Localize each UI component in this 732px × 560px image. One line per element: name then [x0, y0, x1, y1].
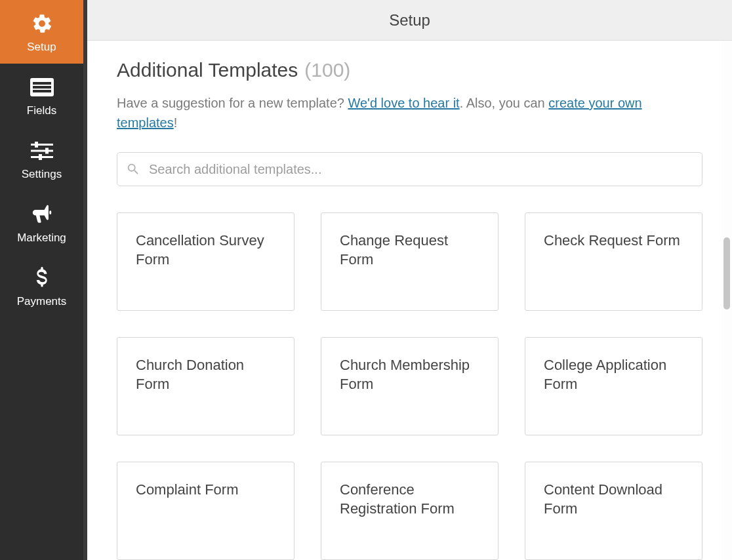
svg-rect-1	[33, 82, 51, 85]
template-card[interactable]: Church Donation Form	[117, 337, 295, 435]
list-icon	[29, 74, 55, 100]
svg-rect-4	[31, 144, 53, 146]
subtext-part2: . Also, you can	[460, 96, 549, 110]
sidebar-item-label: Setup	[27, 41, 56, 54]
sidebar-item-marketing[interactable]: Marketing	[0, 191, 83, 254]
search-icon	[126, 162, 140, 176]
sliders-icon	[29, 138, 55, 164]
template-card-title: College Application Form	[544, 356, 683, 393]
templates-grid: Cancellation Survey Form Change Request …	[117, 212, 702, 560]
svg-rect-2	[33, 86, 51, 89]
dollar-icon	[29, 265, 55, 291]
sidebar-item-payments[interactable]: Payments	[0, 254, 83, 318]
suggestion-link[interactable]: We'd love to hear it	[348, 96, 459, 110]
content-outer: Additional Templates (100) Have a sugges…	[87, 41, 732, 560]
sidebar-item-fields[interactable]: Fields	[0, 64, 83, 127]
sidebar-item-settings[interactable]: Settings	[0, 127, 83, 191]
template-card-title: Complaint Form	[136, 481, 275, 500]
sidebar-item-label: Marketing	[17, 231, 66, 245]
search-input[interactable]	[117, 152, 702, 186]
search-wrap	[117, 152, 702, 186]
template-card[interactable]: Cancellation Survey Form	[117, 212, 295, 311]
section-count: (100)	[304, 59, 350, 81]
template-card[interactable]: Church Membership Form	[321, 337, 498, 435]
sidebar: Setup Fields Settings Marketing	[0, 0, 83, 560]
subtext-part3: !	[174, 115, 178, 130]
subtext-part1: Have a suggestion for a new template?	[117, 96, 348, 110]
svg-rect-7	[45, 148, 49, 153]
scrollbar-track[interactable]	[722, 41, 732, 560]
svg-rect-3	[33, 90, 51, 92]
svg-rect-6	[31, 150, 53, 151]
svg-rect-5	[35, 142, 38, 148]
template-card-title: Cancellation Survey Form	[136, 231, 275, 269]
template-card[interactable]: Check Request Form	[525, 212, 702, 311]
sidebar-item-setup[interactable]: Setup	[0, 0, 83, 64]
template-card-title: Church Donation Form	[136, 356, 275, 393]
sidebar-item-label: Payments	[17, 295, 67, 308]
app-container: Setup Fields Settings Marketing	[0, 0, 732, 560]
content: Additional Templates (100) Have a sugges…	[87, 41, 732, 560]
sidebar-item-label: Fields	[27, 104, 56, 117]
template-card[interactable]: College Application Form	[525, 337, 702, 435]
section-title-text: Additional Templates	[117, 59, 298, 81]
scrollbar-thumb[interactable]	[723, 237, 730, 310]
template-card-title: Check Request Form	[544, 231, 683, 250]
template-card-title: Church Membership Form	[340, 356, 479, 393]
section-subtext: Have a suggestion for a new template? We…	[117, 93, 702, 132]
template-card[interactable]: Complaint Form	[117, 462, 295, 560]
bullhorn-icon	[29, 201, 55, 228]
template-card[interactable]: Conference Registration Form	[321, 462, 498, 560]
section-title: Additional Templates (100)	[117, 59, 702, 81]
template-card-title: Change Request Form	[340, 231, 479, 269]
template-card-title: Content Download Form	[544, 481, 683, 518]
template-card-title: Conference Registration Form	[340, 481, 479, 518]
page-title: Setup	[389, 11, 430, 30]
sidebar-item-label: Settings	[22, 168, 62, 181]
header: Setup	[87, 0, 732, 41]
svg-rect-9	[39, 154, 42, 160]
template-card[interactable]: Change Request Form	[321, 212, 498, 311]
gear-icon	[29, 10, 55, 37]
main-panel: Setup Additional Templates (100) Have a …	[83, 0, 732, 560]
template-card[interactable]: Content Download Form	[525, 462, 702, 560]
